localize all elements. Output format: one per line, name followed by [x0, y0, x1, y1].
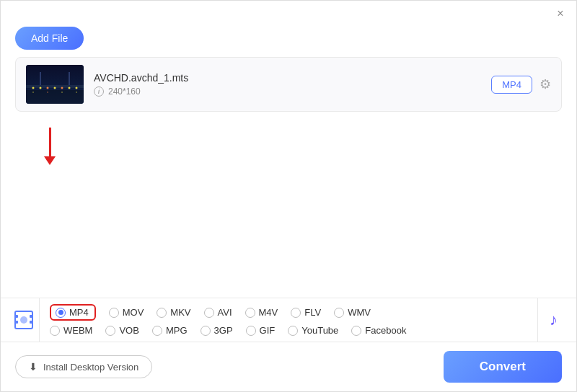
file-thumbnail	[26, 65, 84, 104]
spacer	[1, 112, 576, 298]
format-option-avi[interactable]: AVI	[204, 307, 232, 318]
radio-webm	[50, 326, 60, 336]
svg-point-6	[40, 87, 42, 89]
svg-point-9	[61, 87, 63, 89]
radio-facebook	[351, 326, 361, 336]
label-flv: FLV	[304, 307, 321, 318]
label-gif: GIF	[260, 325, 276, 336]
label-mpg: MPG	[166, 325, 188, 336]
file-name: AVCHD.avchd_1.mts	[94, 72, 481, 84]
format-option-wmv[interactable]: WMV	[334, 307, 371, 318]
format-panel: MP4 MOV MKV AVI M4V	[1, 298, 576, 342]
svg-point-14	[61, 92, 63, 93]
file-actions: MP4 ⚙	[491, 76, 551, 94]
label-webm: WEBM	[63, 325, 92, 336]
label-avi: AVI	[218, 307, 232, 318]
radio-mov	[109, 308, 119, 318]
toolbar: Add File	[1, 24, 576, 57]
format-option-mkv[interactable]: MKV	[157, 307, 190, 318]
format-option-gif[interactable]: GIF	[246, 325, 276, 336]
arrow-shaft	[49, 128, 51, 156]
format-option-m4v[interactable]: M4V	[245, 307, 278, 318]
format-option-facebook[interactable]: Facebook	[351, 325, 406, 336]
label-mp4: MP4	[69, 307, 89, 318]
radio-avi	[204, 308, 214, 318]
title-bar: ×	[1, 1, 576, 24]
video-format-icon[interactable]	[8, 298, 40, 342]
radio-mpg	[152, 326, 162, 336]
svg-point-5	[32, 87, 35, 89]
label-m4v: M4V	[259, 307, 278, 318]
file-resolution: 240*160	[108, 86, 141, 97]
format-option-mp4[interactable]: MP4	[50, 304, 96, 321]
label-youtube: YouTube	[301, 325, 338, 336]
svg-point-15	[76, 92, 77, 93]
convert-button[interactable]: Convert	[444, 351, 562, 383]
audio-format-icon[interactable]: ♪	[537, 298, 569, 342]
radio-vob	[105, 326, 115, 336]
svg-point-10	[69, 87, 71, 89]
add-file-button[interactable]: Add File	[15, 27, 84, 50]
file-meta: i 240*160	[94, 86, 481, 97]
file-item: AVCHD.avchd_1.mts i 240*160 MP4 ⚙	[16, 58, 561, 111]
arrow-head	[44, 156, 56, 165]
format-option-vob[interactable]: VOB	[105, 325, 138, 336]
format-option-mpg[interactable]: MPG	[152, 325, 188, 336]
svg-point-8	[54, 87, 56, 89]
arrow-area	[1, 112, 576, 169]
radio-m4v	[245, 308, 255, 318]
format-options: MP4 MOV MKV AVI M4V	[40, 298, 537, 342]
arrow-down	[44, 128, 56, 165]
info-icon: i	[94, 86, 104, 97]
radio-youtube	[288, 326, 298, 336]
radio-mkv	[157, 308, 167, 318]
bottom-bar: ⬇ Install Desktop Version Convert	[1, 342, 576, 391]
install-button[interactable]: ⬇ Install Desktop Version	[15, 355, 152, 378]
install-label: Install Desktop Version	[43, 362, 138, 373]
file-list: AVCHD.avchd_1.mts i 240*160 MP4 ⚙	[15, 57, 562, 112]
app-window: × Add File	[0, 0, 577, 392]
format-row-2: WEBM VOB MPG 3GP GIF	[50, 325, 527, 336]
radio-gif	[246, 326, 256, 336]
film-icon	[14, 311, 33, 329]
radio-mp4	[56, 308, 66, 318]
download-icon: ⬇	[29, 361, 38, 373]
format-option-mov[interactable]: MOV	[109, 307, 144, 318]
format-row-1: MP4 MOV MKV AVI M4V	[50, 304, 527, 321]
svg-point-7	[47, 87, 49, 89]
label-vob: VOB	[119, 325, 138, 336]
close-button[interactable]: ×	[555, 8, 566, 19]
music-note-icon: ♪	[550, 311, 558, 329]
format-option-flv[interactable]: FLV	[291, 307, 321, 318]
label-facebook: Facebook	[365, 325, 406, 336]
radio-3gp	[201, 326, 211, 336]
radio-flv	[291, 308, 301, 318]
radio-wmv	[334, 308, 344, 318]
label-mov: MOV	[123, 307, 144, 318]
format-option-webm[interactable]: WEBM	[50, 325, 92, 336]
format-option-3gp[interactable]: 3GP	[201, 325, 233, 336]
svg-point-11	[76, 87, 78, 89]
radio-mp4-inner	[58, 310, 63, 315]
svg-point-12	[32, 92, 34, 93]
svg-rect-1	[26, 90, 84, 104]
label-3gp: 3GP	[214, 325, 233, 336]
settings-icon[interactable]: ⚙	[539, 76, 551, 92]
file-info: AVCHD.avchd_1.mts i 240*160	[94, 72, 481, 97]
format-option-youtube[interactable]: YouTube	[288, 325, 338, 336]
label-wmv: WMV	[348, 307, 371, 318]
label-mkv: MKV	[170, 307, 190, 318]
format-badge[interactable]: MP4	[491, 76, 532, 94]
svg-point-13	[47, 92, 48, 93]
